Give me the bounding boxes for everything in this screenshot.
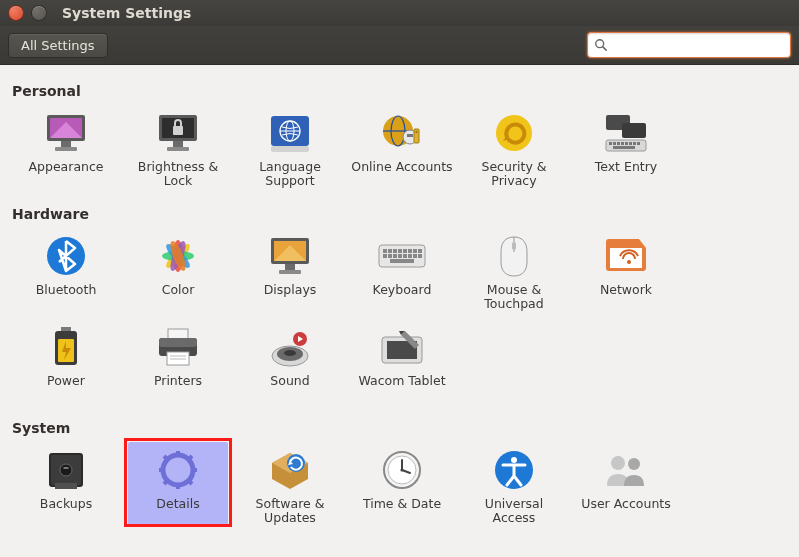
svg-point-71 [627, 260, 631, 264]
search-field[interactable] [614, 37, 786, 54]
svg-rect-31 [617, 142, 620, 145]
item-backups[interactable]: Backups [10, 440, 122, 527]
item-label: Details [122, 497, 234, 527]
item-label: Displays [234, 283, 346, 313]
item-language-support[interactable]: Language Support [234, 103, 346, 190]
item-text-entry[interactable]: Text Entry [570, 103, 682, 190]
item-wacom-tablet[interactable]: Wacom Tablet [346, 317, 458, 404]
item-label: User Accounts [570, 497, 682, 527]
item-universal-access[interactable]: Universal Access [458, 440, 570, 527]
svg-rect-11 [167, 147, 189, 151]
item-label: Network [570, 283, 682, 313]
svg-point-111 [611, 456, 625, 470]
item-user-accounts[interactable]: User Accounts [570, 440, 682, 527]
item-label: Backups [10, 497, 122, 527]
svg-rect-34 [629, 142, 632, 145]
all-settings-button[interactable]: All Settings [8, 33, 108, 58]
close-icon[interactable] [8, 5, 24, 21]
displays-icon [266, 232, 314, 280]
wacom-icon [378, 323, 426, 371]
appearance-icon [42, 109, 90, 157]
svg-rect-78 [159, 338, 197, 347]
item-label: Universal Access [458, 497, 570, 527]
item-sound[interactable]: Sound [234, 317, 346, 404]
item-displays[interactable]: Displays [234, 226, 346, 313]
svg-line-99 [188, 480, 192, 484]
bluetooth-icon [42, 232, 90, 280]
item-printers[interactable]: Printers [122, 317, 234, 404]
item-power[interactable]: Power [10, 317, 122, 404]
power-icon [42, 323, 90, 371]
svg-rect-16 [271, 146, 309, 152]
item-software-updates[interactable]: Software & Updates [234, 440, 346, 527]
svg-rect-48 [285, 264, 295, 270]
svg-rect-66 [418, 254, 422, 258]
software-updates-icon [266, 446, 314, 494]
item-label: Printers [122, 374, 234, 404]
svg-rect-62 [398, 254, 402, 258]
item-keyboard[interactable]: Keyboard [346, 226, 458, 313]
svg-rect-27 [622, 123, 646, 138]
svg-point-108 [400, 468, 403, 471]
svg-line-98 [164, 456, 168, 460]
titlebar: System Settings [0, 0, 799, 26]
backups-icon [42, 446, 90, 494]
details-icon [154, 446, 202, 494]
svg-rect-65 [413, 254, 417, 258]
svg-rect-55 [403, 249, 407, 253]
item-time-date[interactable]: Time & Date [346, 440, 458, 527]
svg-rect-58 [418, 249, 422, 253]
svg-rect-37 [613, 146, 635, 149]
sound-icon [266, 323, 314, 371]
svg-line-1 [603, 47, 606, 50]
section-title: Hardware [12, 206, 789, 222]
language-icon [266, 109, 314, 157]
svg-rect-28 [606, 140, 646, 151]
svg-rect-6 [55, 147, 77, 151]
item-label: Software & Updates [234, 497, 346, 527]
svg-rect-21 [407, 134, 413, 137]
item-network[interactable]: Network [570, 226, 682, 313]
section-personal: Personal Appearance [10, 83, 789, 194]
svg-rect-29 [609, 142, 612, 145]
item-details[interactable]: Details [122, 440, 234, 527]
universal-access-icon [490, 446, 538, 494]
online-accounts-icon [378, 109, 426, 157]
svg-rect-10 [173, 141, 183, 147]
item-label: Online Accounts [346, 160, 458, 190]
item-security-privacy[interactable]: Security & Privacy [458, 103, 570, 190]
item-bluetooth[interactable]: Bluetooth [10, 226, 122, 313]
item-label: Brightness & Lock [122, 160, 234, 190]
minimize-icon[interactable] [31, 5, 47, 21]
svg-line-100 [164, 480, 168, 484]
svg-point-90 [60, 464, 72, 476]
item-label: Appearance [10, 160, 122, 190]
item-brightness-lock[interactable]: Brightness & Lock [122, 103, 234, 190]
search-input[interactable] [587, 32, 791, 58]
svg-rect-63 [403, 254, 407, 258]
svg-rect-56 [408, 249, 412, 253]
svg-rect-5 [61, 141, 71, 147]
item-label: Security & Privacy [458, 160, 570, 190]
color-icon [154, 232, 202, 280]
svg-rect-30 [613, 142, 616, 145]
item-appearance[interactable]: Appearance [10, 103, 122, 190]
security-icon [490, 109, 538, 157]
item-color[interactable]: Color [122, 226, 234, 313]
svg-line-101 [188, 456, 192, 460]
item-mouse-touchpad[interactable]: Mouse & Touchpad [458, 226, 570, 313]
item-label: Mouse & Touchpad [458, 283, 570, 313]
svg-rect-72 [61, 327, 71, 331]
svg-rect-76 [168, 329, 188, 339]
svg-rect-54 [398, 249, 402, 253]
keyboard-icon [378, 232, 426, 280]
item-label: Sound [234, 374, 346, 404]
network-icon [602, 232, 650, 280]
item-label: Power [10, 374, 122, 404]
svg-rect-53 [393, 249, 397, 253]
mouse-icon [490, 232, 538, 280]
section-hardware: Hardware Bluetooth [10, 206, 789, 408]
item-online-accounts[interactable]: Online Accounts [346, 103, 458, 190]
section-title: System [12, 420, 789, 436]
svg-rect-91 [64, 467, 69, 469]
